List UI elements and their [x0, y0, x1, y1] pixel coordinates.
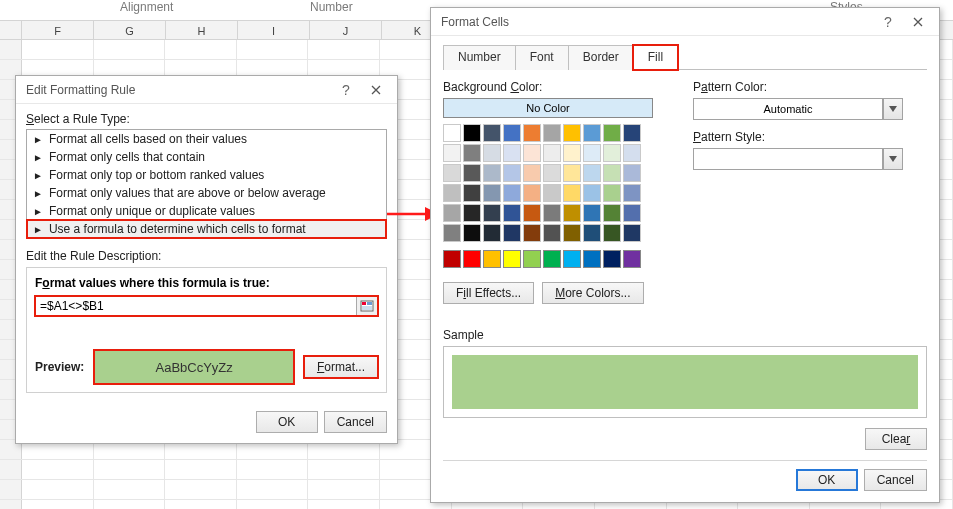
color-swatch[interactable] — [623, 224, 641, 242]
color-swatch[interactable] — [523, 144, 541, 162]
color-swatch[interactable] — [563, 164, 581, 182]
color-swatch[interactable] — [623, 124, 641, 142]
color-swatch[interactable] — [543, 124, 561, 142]
rule-type-item[interactable]: ►Format only cells that contain — [27, 148, 386, 166]
formula-input[interactable] — [35, 296, 356, 316]
help-button[interactable]: ? — [873, 8, 903, 36]
color-swatch[interactable] — [543, 250, 561, 268]
ok-button[interactable]: OK — [256, 411, 318, 433]
color-swatch[interactable] — [583, 144, 601, 162]
close-button[interactable] — [903, 8, 933, 36]
color-swatch[interactable] — [483, 164, 501, 182]
color-swatch[interactable] — [603, 184, 621, 202]
color-swatch[interactable] — [543, 184, 561, 202]
color-swatch[interactable] — [503, 144, 521, 162]
color-swatch[interactable] — [503, 250, 521, 268]
column-header[interactable]: G — [94, 21, 166, 39]
fill-effects-button[interactable]: Fill Effects... — [443, 282, 534, 304]
color-swatch[interactable] — [583, 250, 601, 268]
color-swatch[interactable] — [563, 144, 581, 162]
ok-button[interactable]: OK — [796, 469, 858, 491]
color-swatch[interactable] — [443, 184, 461, 202]
color-swatch[interactable] — [583, 224, 601, 242]
color-swatch[interactable] — [623, 184, 641, 202]
color-swatch[interactable] — [443, 164, 461, 182]
color-swatch[interactable] — [443, 224, 461, 242]
color-swatch[interactable] — [463, 204, 481, 222]
help-button[interactable]: ? — [331, 76, 361, 104]
tab-number[interactable]: Number — [443, 45, 516, 70]
cancel-button[interactable]: Cancel — [324, 411, 387, 433]
color-swatch[interactable] — [463, 250, 481, 268]
close-button[interactable] — [361, 76, 391, 104]
color-swatch[interactable] — [483, 184, 501, 202]
range-picker-button[interactable] — [356, 296, 378, 316]
rule-type-item[interactable]: ►Format only top or bottom ranked values — [27, 166, 386, 184]
tab-font[interactable]: Font — [515, 45, 569, 70]
color-swatch[interactable] — [563, 184, 581, 202]
color-swatch[interactable] — [503, 184, 521, 202]
color-swatch[interactable] — [583, 184, 601, 202]
color-swatch[interactable] — [543, 224, 561, 242]
color-swatch[interactable] — [563, 204, 581, 222]
color-swatch[interactable] — [603, 124, 621, 142]
color-swatch[interactable] — [463, 164, 481, 182]
color-swatch[interactable] — [443, 250, 461, 268]
color-swatch[interactable] — [523, 124, 541, 142]
tab-border[interactable]: Border — [568, 45, 634, 70]
color-swatch[interactable] — [563, 124, 581, 142]
color-swatch[interactable] — [463, 224, 481, 242]
color-swatch[interactable] — [443, 124, 461, 142]
color-swatch[interactable] — [623, 204, 641, 222]
rule-type-item[interactable]: ►Use a formula to determine which cells … — [27, 220, 386, 238]
color-swatch[interactable] — [463, 124, 481, 142]
color-swatch[interactable] — [603, 144, 621, 162]
rule-type-item[interactable]: ►Format all cells based on their values — [27, 130, 386, 148]
color-swatch[interactable] — [483, 204, 501, 222]
color-swatch[interactable] — [583, 164, 601, 182]
rule-type-item[interactable]: ►Format only unique or duplicate values — [27, 202, 386, 220]
rule-type-list[interactable]: ►Format all cells based on their values►… — [26, 129, 387, 239]
pattern-color-combo[interactable]: Automatic — [693, 98, 903, 120]
dialog-titlebar[interactable]: Format Cells ? — [431, 8, 939, 36]
color-swatch[interactable] — [523, 250, 541, 268]
column-header[interactable]: J — [310, 21, 382, 39]
color-swatch[interactable] — [523, 204, 541, 222]
color-swatch[interactable] — [523, 184, 541, 202]
pattern-style-combo[interactable] — [693, 148, 903, 170]
color-swatch[interactable] — [503, 224, 521, 242]
color-swatch[interactable] — [543, 164, 561, 182]
color-swatch[interactable] — [563, 250, 581, 268]
color-swatch[interactable] — [463, 144, 481, 162]
color-swatch[interactable] — [503, 164, 521, 182]
color-swatch[interactable] — [503, 124, 521, 142]
color-swatch[interactable] — [503, 204, 521, 222]
color-swatch[interactable] — [543, 204, 561, 222]
color-swatch[interactable] — [603, 250, 621, 268]
color-swatch[interactable] — [563, 224, 581, 242]
color-swatch[interactable] — [623, 144, 641, 162]
color-swatch[interactable] — [483, 144, 501, 162]
color-swatch[interactable] — [543, 144, 561, 162]
color-swatch[interactable] — [603, 224, 621, 242]
color-swatch[interactable] — [443, 204, 461, 222]
column-header[interactable]: H — [166, 21, 238, 39]
color-swatch[interactable] — [623, 250, 641, 268]
color-swatch[interactable] — [603, 164, 621, 182]
column-header[interactable]: I — [238, 21, 310, 39]
more-colors-button[interactable]: More Colors... — [542, 282, 643, 304]
color-swatch[interactable] — [463, 184, 481, 202]
color-swatch[interactable] — [523, 164, 541, 182]
color-swatch[interactable] — [603, 204, 621, 222]
clear-button[interactable]: Clear — [865, 428, 927, 450]
color-swatch[interactable] — [623, 164, 641, 182]
dialog-titlebar[interactable]: Edit Formatting Rule ? — [16, 76, 397, 104]
color-swatch[interactable] — [483, 250, 501, 268]
color-swatch[interactable] — [523, 224, 541, 242]
format-button[interactable]: Format... — [304, 356, 378, 378]
column-header[interactable]: F — [22, 21, 94, 39]
color-swatch[interactable] — [483, 124, 501, 142]
color-swatch[interactable] — [583, 124, 601, 142]
no-color-button[interactable]: No Color — [443, 98, 653, 118]
color-swatch[interactable] — [443, 144, 461, 162]
